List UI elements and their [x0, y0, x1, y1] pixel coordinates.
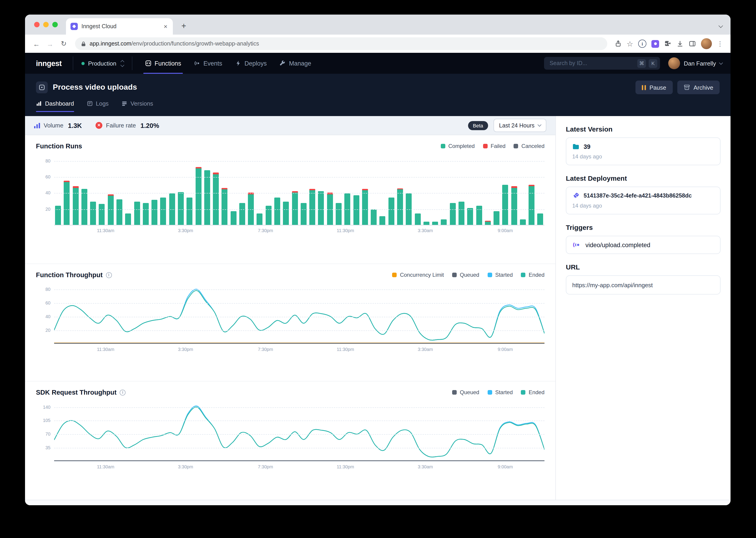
extensions-puzzle-icon[interactable] — [664, 40, 671, 47]
charts-column: Volume 1.3K ✕ Failure rate 1.20% Beta La… — [25, 116, 555, 500]
bookmark-star-icon[interactable]: ☆ — [627, 39, 633, 48]
reload-icon[interactable]: ↻ — [58, 38, 70, 50]
volume-value: 1.3K — [68, 122, 82, 129]
runs-x-axis: 11:30am3:30pm7:30pm11:30pm3:30am9:00am — [54, 225, 544, 235]
latest-version-card: 39 14 days ago — [566, 137, 721, 165]
y-axis-label: 140 — [36, 404, 51, 409]
run-bar — [213, 173, 219, 225]
close-window-button[interactable] — [34, 22, 40, 27]
x-axis-label: 9:00am — [497, 347, 513, 352]
x-axis-label: 3:30pm — [178, 347, 193, 352]
y-axis-label: 20 — [36, 206, 51, 211]
window-controls — [34, 22, 58, 27]
run-bar — [520, 219, 526, 225]
run-bar — [195, 167, 201, 225]
environment-selector[interactable]: Production — [73, 53, 132, 74]
y-axis-label: 40 — [36, 190, 51, 195]
gridline — [54, 421, 544, 421]
pause-button[interactable]: Pause — [636, 81, 673, 94]
run-bar — [55, 205, 61, 225]
main-navigation: Functions Events Deploys Manage — [138, 53, 317, 74]
minimize-window-button[interactable] — [43, 22, 49, 27]
tab-versions[interactable]: Versions — [121, 100, 153, 112]
time-range-dropdown[interactable]: Last 24 Hours — [494, 119, 546, 132]
run-bar — [476, 205, 482, 225]
run-bar — [266, 205, 271, 225]
run-bar — [283, 202, 289, 225]
sdk-legend: Queued Started Ended — [452, 389, 544, 396]
address-bar[interactable]: app.inngest.com/env/production/functions… — [75, 37, 607, 50]
chart-title: Function Throughput i — [36, 271, 112, 279]
search-box[interactable]: ⌘ K — [544, 57, 660, 70]
run-bar — [362, 188, 368, 225]
y-axis-label: 35 — [36, 445, 51, 450]
inngest-logo[interactable]: inngest — [25, 53, 72, 74]
run-bar — [186, 197, 192, 225]
environment-chevrons-icon — [121, 60, 123, 66]
gridline — [54, 407, 544, 407]
run-bar — [353, 195, 359, 225]
nav-item-manage[interactable]: Manage — [273, 53, 318, 74]
legend-ended: Ended — [521, 389, 544, 396]
x-axis-label: 3:30am — [418, 228, 433, 233]
share-icon[interactable] — [614, 40, 622, 47]
deployment-age: 14 days ago — [572, 202, 714, 209]
nav-item-events[interactable]: Events — [188, 53, 229, 74]
nav-item-deploys[interactable]: Deploys — [229, 53, 273, 74]
extension-info-icon[interactable]: i — [638, 40, 646, 48]
throughput-x-axis: 11:30am3:30pm7:30pm11:30pm3:30am9:00am — [54, 344, 544, 354]
x-axis-label: 3:30am — [418, 347, 433, 352]
inngest-app: inngest Production Functions Events — [25, 53, 731, 505]
folder-icon — [572, 143, 580, 150]
forward-icon[interactable]: → — [44, 38, 56, 50]
x-axis-label: 7:30pm — [258, 464, 273, 469]
info-icon[interactable]: i — [119, 389, 125, 395]
menu-kebab-icon[interactable]: ⋮ — [717, 40, 723, 47]
back-icon[interactable]: ← — [30, 38, 42, 50]
tab-logs[interactable]: Logs — [87, 100, 109, 112]
volume-stat: Volume 1.3K — [34, 122, 82, 129]
archive-label: Archive — [693, 84, 713, 91]
profile-avatar[interactable] — [701, 38, 712, 49]
sidebar-panel-icon[interactable] — [689, 40, 696, 47]
url-section: URL https://my-app.com/api/inngest — [566, 263, 721, 295]
browser-toolbar: ← → ↻ app.inngest.com/env/production/fun… — [25, 34, 731, 53]
downloads-icon[interactable] — [677, 40, 684, 47]
user-menu[interactable]: Dan Farrelly — [666, 53, 731, 74]
function-tabs: Dashboard Logs Versions — [36, 100, 720, 112]
failure-label: Failure rate — [106, 122, 136, 129]
latest-deployment-section: Latest Deployment 5141387e-35c2-4efe-a42… — [566, 174, 721, 214]
pause-label: Pause — [649, 84, 666, 91]
latest-deployment-heading: Latest Deployment — [566, 174, 721, 182]
extension-purple-icon[interactable] — [651, 40, 659, 48]
x-axis-label: 11:30pm — [337, 347, 354, 352]
run-bar — [511, 187, 517, 225]
gridline — [54, 289, 544, 290]
chart-title: Function Runs — [36, 142, 82, 150]
x-axis-label: 3:30pm — [178, 464, 193, 469]
maximize-window-button[interactable] — [52, 22, 58, 27]
browser-tab[interactable]: Inngest Cloud × — [66, 18, 173, 34]
trigger-card: video/upload.completed — [566, 236, 721, 254]
x-axis-label: 11:30pm — [337, 228, 354, 233]
version-number: 39 — [584, 143, 591, 150]
run-bar — [388, 197, 394, 225]
sdk-throughput-chart: SDK Request Throughput i Queued Started … — [25, 381, 555, 495]
failure-icon: ✕ — [96, 122, 102, 129]
run-bar — [467, 208, 473, 225]
tab-label: Versions — [130, 100, 153, 107]
tab-list-chevron-icon[interactable] — [719, 21, 722, 29]
search-input[interactable] — [548, 60, 635, 67]
new-tab-button[interactable]: + — [177, 20, 190, 32]
tab-dashboard[interactable]: Dashboard — [36, 100, 74, 112]
volume-icon — [34, 123, 40, 128]
run-bar — [292, 191, 298, 225]
details-sidebar: Latest Version 39 14 days ago Latest Dep… — [555, 116, 731, 500]
pause-icon — [642, 85, 646, 90]
triggers-heading: Triggers — [566, 224, 721, 231]
tab-close-icon[interactable]: × — [163, 22, 168, 30]
nav-item-functions[interactable]: Functions — [138, 53, 187, 74]
run-bar — [99, 204, 105, 225]
info-icon[interactable]: i — [106, 272, 112, 278]
archive-button[interactable]: Archive — [677, 81, 720, 94]
